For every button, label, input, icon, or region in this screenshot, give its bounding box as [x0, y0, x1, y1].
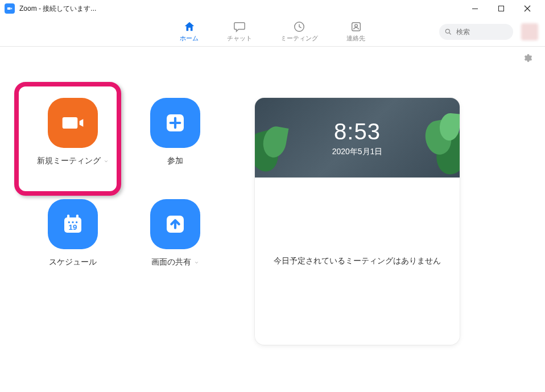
chevron-down-icon[interactable] [104, 159, 109, 164]
maximize-button[interactable] [488, 0, 514, 17]
schedule-button[interactable]: 19 [48, 199, 98, 249]
top-navigation: ホーム チャット ミーティング 連絡先 [0, 17, 545, 47]
card-body: 今日予定されているミーティングはありません [255, 178, 460, 345]
new-meeting-tile[interactable]: 新規ミーティング [30, 98, 115, 189]
join-tile[interactable]: 参加 [133, 98, 218, 189]
search-icon [444, 28, 452, 36]
join-label: 参加 [167, 156, 183, 166]
calendar-icon: 19 [61, 213, 84, 236]
share-arrow-icon [164, 213, 187, 236]
card-hero: 8:53 2020年5月1日 [255, 98, 460, 178]
clock-date: 2020年5月1日 [332, 147, 383, 157]
nav-contacts[interactable]: 連絡先 [343, 18, 369, 45]
share-button[interactable] [150, 199, 200, 249]
title-bar-left: Zoom - 接続しています... [5, 3, 96, 14]
clock-icon [293, 20, 305, 33]
nav-home-label: ホーム [180, 34, 199, 43]
svg-rect-8 [67, 214, 69, 219]
clock-time: 8:53 [334, 119, 381, 145]
today-card: 8:53 2020年5月1日 今日予定されているミーティングはありません [255, 98, 460, 345]
share-label-row: 画面の共有 [151, 257, 199, 267]
svg-text:19: 19 [69, 223, 77, 232]
minimize-button[interactable] [462, 0, 488, 17]
main-content: 新規ミーティング 参加 19 スケジュール 画面の共有 [0, 69, 545, 345]
svg-point-5 [445, 29, 449, 33]
close-button[interactable] [514, 0, 540, 17]
gear-icon [522, 53, 532, 63]
right-panel: 8:53 2020年5月1日 今日予定されているミーティングはありません [255, 98, 460, 345]
chat-icon [233, 20, 246, 33]
camera-icon [61, 112, 84, 134]
svg-rect-9 [76, 214, 79, 219]
zoom-logo-icon [5, 3, 15, 14]
avatar[interactable] [521, 23, 538, 40]
plant-decoration-right [420, 115, 460, 178]
search-wrap [439, 24, 513, 40]
nav-chat[interactable]: チャット [224, 18, 255, 45]
join-button[interactable] [150, 98, 200, 148]
toolbar-row [0, 47, 545, 69]
nav-meeting-label: ミーティング [280, 34, 318, 43]
action-tiles: 新規ミーティング 参加 19 スケジュール 画面の共有 [27, 69, 221, 345]
nav-items: ホーム チャット ミーティング 連絡先 [176, 18, 369, 45]
nav-home[interactable]: ホーム [176, 18, 202, 45]
schedule-label: スケジュール [49, 257, 97, 267]
chevron-down-icon[interactable] [194, 260, 199, 265]
share-tile[interactable]: 画面の共有 [133, 199, 218, 290]
new-meeting-button[interactable] [48, 98, 98, 148]
settings-button[interactable] [522, 53, 532, 63]
contacts-icon [350, 20, 362, 33]
nav-contacts-label: 連絡先 [346, 34, 365, 43]
nav-meeting[interactable]: ミーティング [277, 18, 321, 45]
window-title: Zoom - 接続しています... [19, 4, 96, 14]
new-meeting-label: 新規ミーティング [37, 156, 101, 166]
new-meeting-label-row: 新規ミーティング [37, 156, 109, 166]
plus-icon [164, 112, 187, 134]
svg-rect-0 [472, 9, 478, 9]
schedule-tile[interactable]: 19 スケジュール [30, 199, 115, 290]
nav-chat-label: チャット [227, 34, 252, 43]
home-icon [183, 20, 196, 33]
no-meetings-message: 今日予定されているミーティングはありません [274, 256, 441, 266]
svg-point-4 [354, 24, 357, 27]
window-controls [462, 0, 540, 17]
share-label: 画面の共有 [151, 257, 191, 267]
title-bar: Zoom - 接続しています... [0, 0, 545, 17]
svg-rect-1 [499, 6, 504, 11]
plant-decoration-left [255, 115, 295, 178]
